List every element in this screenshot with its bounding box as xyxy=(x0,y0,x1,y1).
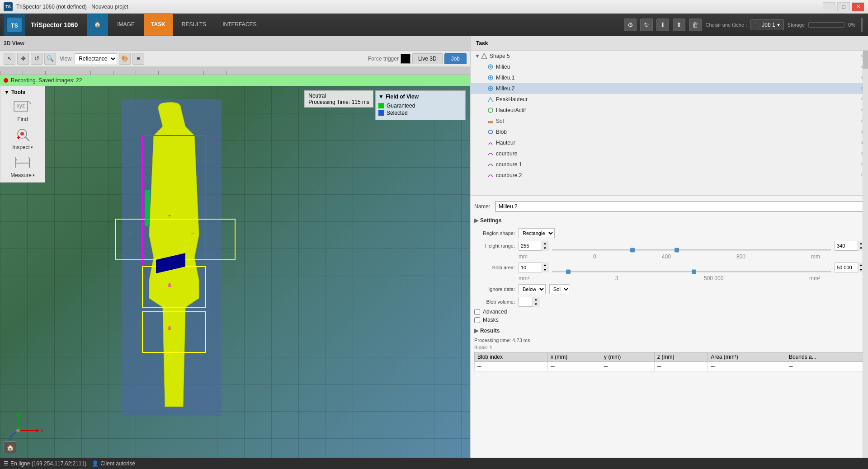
nav-image-tab[interactable]: IMAGE xyxy=(110,14,142,36)
nav-results-tab[interactable]: RESULTS xyxy=(175,14,213,36)
masks-checkbox[interactable] xyxy=(474,317,480,323)
height-min-input[interactable] xyxy=(519,243,542,249)
separator xyxy=(861,18,863,32)
pan-tool-btn[interactable]: ✥ xyxy=(17,53,29,65)
tree-item-milieu2[interactable]: Milieu.2 👁 xyxy=(471,83,868,94)
view-title: 3D View xyxy=(4,40,24,47)
slider-thumb-right[interactable] xyxy=(675,248,679,252)
tick-mm2: mm xyxy=(811,253,820,260)
canvas-area[interactable]: Neutral Processing Time: 115 ms ▼ Field … xyxy=(0,86,470,458)
measure-tool[interactable]: Measure ▾ xyxy=(2,152,43,180)
tree-item-blob[interactable]: Blob 👁 xyxy=(471,127,868,137)
minimize-button[interactable]: ─ xyxy=(823,2,835,11)
blob-slider-thumb2[interactable] xyxy=(692,269,696,274)
blob-area-max-spinbox[interactable]: ▲ ▼ xyxy=(835,263,864,272)
tree-item-hauteuractif[interactable]: HauteurActif 👁 xyxy=(471,105,868,116)
height-min-spinbox[interactable]: ▲ ▼ xyxy=(519,241,548,251)
view-list-btn[interactable]: ≡ xyxy=(132,53,144,65)
blob-area-min-input[interactable] xyxy=(519,265,542,270)
courbure2-icon xyxy=(487,172,494,179)
refresh-icon-btn[interactable]: ↻ xyxy=(640,19,653,31)
blob-volume-spinbox[interactable]: ▲ ▼ xyxy=(519,297,539,307)
view-options-btn[interactable]: 🎨 xyxy=(119,53,131,65)
tools-header[interactable]: ▼ Tools xyxy=(2,88,43,96)
height-range-slider[interactable] xyxy=(552,241,831,250)
scroll-thumb[interactable] xyxy=(863,51,868,69)
tree-item-courbure2[interactable]: courbure.2 👁 xyxy=(471,170,868,181)
blob-area-min-down-btn[interactable]: ▼ xyxy=(542,267,548,272)
region-shape-select[interactable]: Rectangle xyxy=(519,228,555,238)
ignore-below-select[interactable]: Below xyxy=(519,284,546,294)
zoom-tool-btn[interactable]: 🔍 xyxy=(44,53,56,65)
find-tool[interactable]: xyz Find xyxy=(2,96,43,124)
blob-area-min-spinbox[interactable]: ▲ ▼ xyxy=(519,263,548,272)
height-min-up-btn[interactable]: ▲ xyxy=(542,241,548,246)
milieu-label: Milieu xyxy=(496,64,861,70)
connection-text: En ligne (169.254.117.62:2111) xyxy=(10,460,86,467)
fov-header[interactable]: ▼ Field of View xyxy=(378,94,462,100)
height-min-down-btn[interactable]: ▼ xyxy=(542,246,548,251)
cell-x: ─ xyxy=(547,362,601,371)
svg-text:⊕: ⊕ xyxy=(167,325,172,331)
blob-volume-input[interactable] xyxy=(519,299,533,305)
tree-item-hauteur[interactable]: Hauteur 👁 xyxy=(471,137,868,148)
close-button[interactable]: ✕ xyxy=(852,2,864,11)
blob-area-min-up-btn[interactable]: ▲ xyxy=(542,263,548,267)
tree-item-courbure[interactable]: courbure 👁 xyxy=(471,148,868,159)
upload-icon-btn[interactable]: ⬆ xyxy=(673,19,685,31)
height-slider-ticks: mm 0 400 800 mm xyxy=(474,253,864,260)
tree-item-peakhauteur[interactable]: PeakHauteur 👁 xyxy=(471,94,868,105)
home-viewport-btn[interactable]: 🏠 xyxy=(4,441,16,454)
svg-text:TS: TS xyxy=(11,23,18,29)
download-icon-btn[interactable]: ⬇ xyxy=(656,19,669,31)
height-max-spinbox[interactable]: ▲ ▼ xyxy=(835,241,864,251)
maximize-button[interactable]: □ xyxy=(837,2,850,11)
blob-area-max-input[interactable] xyxy=(835,265,858,270)
svg-text:→: → xyxy=(190,230,195,236)
ruler-mark xyxy=(23,71,23,75)
shape5-label: Shape 5 xyxy=(490,53,861,59)
right-scrollbar[interactable] xyxy=(863,51,868,458)
nav-interfaces-tab[interactable]: INTERFACES xyxy=(215,14,264,36)
live3d-btn[interactable]: Live 3D xyxy=(412,53,443,64)
rotate-tool-btn[interactable]: ↺ xyxy=(31,53,42,65)
height-range-label: Height range: xyxy=(474,243,515,249)
inspect-tool[interactable]: Inspect ▾ xyxy=(2,124,43,152)
view-selector[interactable]: Reflectance xyxy=(75,53,117,64)
blob-slider-thumb[interactable] xyxy=(566,269,571,274)
tick-400: 400 xyxy=(662,253,671,260)
svg-text:+: + xyxy=(213,135,216,141)
job-btn[interactable]: Job xyxy=(444,53,467,64)
nav-task-tab[interactable]: TASK xyxy=(144,14,173,36)
nav-task-label: TASK xyxy=(151,21,165,28)
recording-dot xyxy=(4,78,8,83)
tree-item-sol[interactable]: Sol 👁 xyxy=(471,116,868,127)
tick-mm2-1: mm² xyxy=(519,275,529,281)
task-header: Task xyxy=(471,36,868,51)
find-label: Find xyxy=(17,116,28,122)
slider-thumb-left[interactable] xyxy=(630,248,635,252)
shape5-expand-icon[interactable]: ▼ xyxy=(474,53,481,59)
select-tool-btn[interactable]: ↖ xyxy=(4,53,15,65)
nav-home-button[interactable]: 🏠 xyxy=(87,14,108,36)
svg-text:+: + xyxy=(168,213,171,219)
blob-area-slider[interactable] xyxy=(552,263,831,272)
settings-section-header[interactable]: ▶ Settings xyxy=(474,216,864,225)
blob-vol-down-btn[interactable]: ▼ xyxy=(533,302,539,307)
job-selector[interactable]: ⬛ Job 1 ▾ xyxy=(750,19,783,30)
tree-item-courbure1[interactable]: courbure.1 👁 xyxy=(471,159,868,170)
viewport[interactable]: Neutral Processing Time: 115 ms ▼ Field … xyxy=(0,86,470,458)
ignore-sol-select[interactable]: Sol xyxy=(549,284,570,294)
name-input[interactable] xyxy=(495,201,864,212)
black-square-btn[interactable] xyxy=(401,54,410,64)
advanced-checkbox[interactable] xyxy=(474,309,480,315)
settings-icon-btn[interactable]: ⚙ xyxy=(624,19,637,31)
nav-image-label: IMAGE xyxy=(117,21,135,28)
blob-vol-up-btn[interactable]: ▲ xyxy=(533,297,539,302)
height-max-input[interactable] xyxy=(835,243,858,249)
tree-item-milieu1[interactable]: Milieu.1 👁 xyxy=(471,72,868,83)
results-header[interactable]: ▶ Results xyxy=(474,326,864,336)
tree-item-milieu[interactable]: Milieu 👁 xyxy=(471,61,868,72)
delete-icon-btn[interactable]: 🗑 xyxy=(689,19,702,31)
tree-item-shape5[interactable]: ▼ Shape 5 👁 xyxy=(471,51,868,61)
